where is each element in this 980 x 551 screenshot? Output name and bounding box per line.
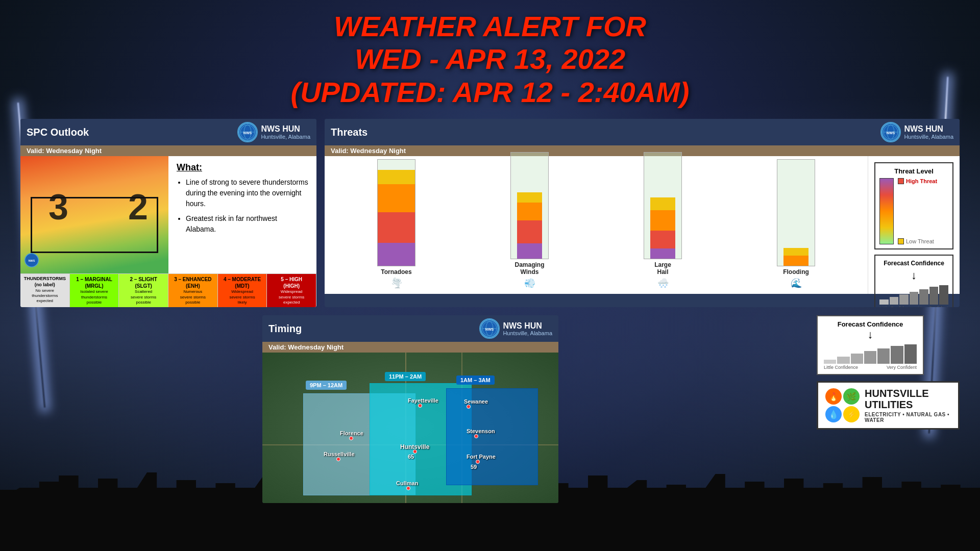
spc-panel-header: SPC Outlook NWS NWS HUN Huntsville (20, 119, 316, 145)
spc-body: Severe Weather OutlookWednesday, April 1… (20, 156, 316, 273)
bullet-2: Greatest risk in far northwest Alabama. (186, 213, 308, 235)
hwy-65: 65 (408, 454, 414, 460)
threats-chart: Tornadoes 🌪️ Dama (325, 156, 868, 294)
legend-0: THUNDERSTORMS(no label) No severethunder… (20, 274, 70, 307)
city-fayetteville: Fayetteville (408, 397, 438, 404)
title-line1: WEATHER ALERT FOR (20, 10, 960, 43)
very-confident: Very Confident (918, 306, 948, 307)
threat-level-box: Threat Level High Threat (874, 162, 953, 249)
flood-bar-inner (783, 248, 808, 266)
legend-1: 1 – MARGINAL(MRGL) Isolated severethunde… (70, 274, 119, 307)
wind-bar-inner (517, 192, 542, 259)
timing-confidence-title: Forecast Confidence (824, 320, 917, 328)
confidence-bars (879, 284, 948, 305)
threats-valid: Valid: Wednesday Night (331, 147, 406, 155)
hu-fire-icon: 🔥 (825, 388, 842, 405)
panels-row: SPC Outlook NWS NWS HUN Huntsville (20, 119, 960, 307)
timing-confidence-box: Forecast Confidence ↓ Little Confidence … (817, 315, 924, 375)
bullet-1: Line of strong to severe thunderstorms d… (186, 177, 308, 209)
region-1am (446, 388, 538, 485)
tornado-bar-inner (378, 170, 415, 266)
flood-group: Flooding 🌊 (777, 159, 815, 289)
threat-level-content: High Threat Low Threat (879, 178, 948, 244)
threats-panel: Threats NWS NWS HUN Huntsville, Al (325, 119, 960, 307)
timing-map: 9PM – 12AM 11PM – 2AM 1AM – 3AM Fayettev… (262, 353, 558, 503)
flood-icon: 🌊 (791, 278, 802, 289)
title-line2: WED - APR 13, 2022 (20, 43, 960, 76)
flood-bar-outer (777, 159, 815, 266)
threats-subheader: Valid: Wednesday Night (325, 145, 960, 156)
high-threat-label: High Threat (906, 178, 937, 184)
timing-title: Timing (268, 323, 302, 335)
wind-bar-outer (510, 152, 549, 259)
spc-nws-text: NWS HUN (261, 124, 310, 134)
city-sewanee: Sewanee (464, 398, 488, 405)
what-title: What: (177, 162, 308, 173)
little-confidence: Little Confidence (879, 306, 914, 307)
wind-icon: 💨 (524, 278, 535, 289)
spc-legend: THUNDERSTORMS(no label) No severethunder… (20, 273, 316, 307)
tornado-group: Tornadoes 🌪️ (377, 159, 415, 289)
legend-2: 2 – SLIGHT(SLGT) Scatteredsevere stormsp… (119, 274, 168, 307)
legend-3: 3 – ENHANCED(ENH) Numeroussevere stormsp… (168, 274, 218, 307)
threats-confidence-box: Forecast Confidence ↓ Little C (874, 255, 953, 307)
city-florence: Florence (340, 430, 363, 436)
svg-text:NWS: NWS (887, 131, 895, 135)
wind-group: DamagingWinds 💨 (510, 152, 549, 289)
threats-confidence-title: Forecast Confidence (879, 260, 948, 267)
tornado-icon: 🌪️ (391, 278, 402, 289)
hail-bar-inner (650, 197, 675, 259)
svg-text:NWS: NWS (243, 131, 252, 135)
city-russellville: Russellville (324, 451, 355, 457)
hail-label: LargeHail (654, 261, 671, 276)
confidence-down-arrow: ↓ (879, 269, 948, 282)
timing-subheader: Valid: Wednesday Night (262, 342, 558, 353)
hail-bar-outer (644, 152, 682, 259)
legend-4: 4 – MODERATE(MDT) Widespreadsevere storm… (218, 274, 267, 307)
threats-title: Threats (331, 127, 368, 138)
threats-nws-text: NWS HUN (904, 124, 953, 134)
wind-label: DamagingWinds (514, 261, 544, 276)
timing-conf-labels: Little Confidence Very Confident (824, 365, 917, 370)
tornado-bar-outer (377, 159, 415, 266)
timing-little-confidence: Little Confidence (824, 365, 858, 370)
what-box: What: Line of strong to severe thunderst… (168, 156, 316, 273)
timing-nws-badge: NWS NWS HUN Huntsville, Alabama (479, 318, 552, 339)
timing-valid: Valid: Wednesday Night (268, 343, 344, 351)
timing-nws-location: Huntsville, Alabama (503, 330, 552, 336)
spc-subheader: Valid: Wednesday Night (20, 145, 316, 156)
threats-nws-logo: NWS (880, 122, 901, 142)
hu-text: HUNTSVILLEUTILITIES ELECTRICITY • NATURA… (865, 388, 951, 423)
city-huntsville: Huntsville (400, 443, 429, 450)
threat-level-labels: High Threat Low Threat (898, 178, 937, 244)
threats-body: Tornadoes 🌪️ Dama (325, 156, 960, 294)
nws-logo: NWS (237, 122, 258, 142)
timing-header: Timing NWS NWS HUN Huntsville, Ala (262, 315, 558, 342)
high-threat-row: High Threat (898, 178, 937, 184)
spc-nws-badge: NWS NWS HUN Huntsville, Alabama (237, 122, 310, 142)
hu-leaf-icon: 🌿 (843, 388, 860, 405)
timing-very-confident: Very Confident (887, 365, 917, 370)
tornado-label: Tornadoes (381, 268, 411, 276)
svg-text:NWS: NWS (29, 259, 35, 262)
threats-nws-badge: NWS NWS HUN Huntsville, Alabama (880, 122, 953, 142)
hu-lightning-icon-el: ⚡ (843, 406, 860, 422)
title-line3: (UPDATED: APR 12 - 2:40AM) (20, 76, 960, 109)
main-title: WEATHER ALERT FOR WED - APR 13, 2022 (UP… (20, 10, 960, 109)
threat-level-title: Threat Level (879, 167, 948, 175)
bottom-right: Forecast Confidence ↓ Little Confidence … (817, 315, 960, 430)
label-11pm: 11PM – 2AM (385, 372, 426, 381)
threats-legend: Threat Level High Threat (868, 156, 960, 294)
spc-nws-location: Huntsville, Alabama (261, 134, 310, 140)
timing-panel: Timing NWS NWS HUN Huntsville, Ala (262, 315, 558, 503)
main-content: WEATHER ALERT FOR WED - APR 13, 2022 (UP… (0, 0, 980, 551)
hu-icons-grid: 🔥 🌿 💧 ⚡ (825, 388, 860, 422)
hu-name: HUNTSVILLEUTILITIES (865, 388, 951, 410)
threat-gradient-bar (879, 178, 894, 244)
svg-text:NWS: NWS (485, 328, 494, 331)
confidence-labels: Little Confidence Very Confident (879, 306, 948, 307)
hu-drop-icon: 💧 (825, 406, 842, 422)
legend-5: 5 – HIGH(HIGH) Widespreadsevere stormsex… (267, 274, 316, 307)
huntsville-utilities-box: 🔥 🌿 💧 ⚡ HUNTSVILLEUTILITIES ELECTRICITY … (817, 381, 960, 430)
timing-nws-text: NWS HUN (503, 321, 552, 331)
